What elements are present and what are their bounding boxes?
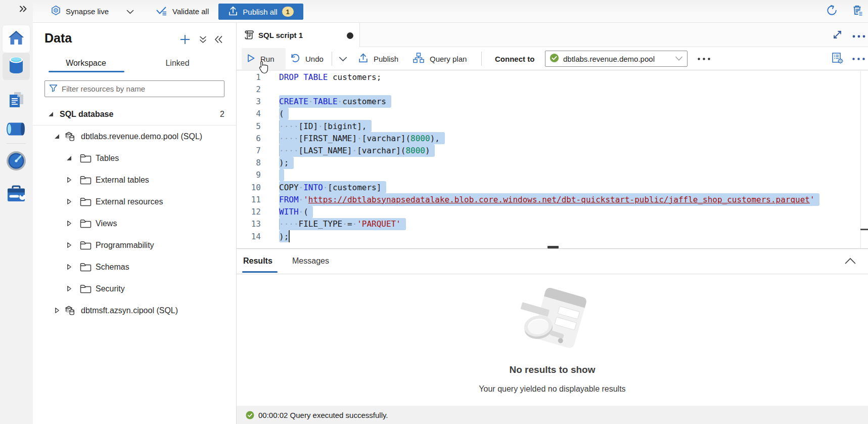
folder-icon — [79, 218, 92, 230]
code-text: COPY·INTO·[customers] — [279, 183, 381, 192]
discard-all-button[interactable] — [851, 0, 864, 22]
caret-expanded-icon[interactable] — [65, 155, 72, 162]
collapse-results-button[interactable] — [844, 255, 857, 268]
publish-icon — [358, 53, 369, 65]
editor-more-button[interactable] — [852, 47, 865, 70]
query-plan-button[interactable]: Query plan — [407, 48, 472, 69]
tree-item-label: External resources — [96, 197, 163, 206]
tab-workspace[interactable]: Workspace — [53, 54, 119, 72]
mode-selector-caret[interactable] — [126, 0, 134, 22]
overview-ruler — [860, 71, 868, 248]
nav-integrate[interactable] — [3, 116, 30, 144]
caret-collapsed-icon[interactable] — [65, 285, 72, 292]
tab-sql-script-1[interactable]: SQL script 1 — [237, 23, 360, 47]
tabstrip-more-button[interactable] — [853, 29, 865, 41]
nav-develop[interactable] — [3, 87, 30, 114]
connect-to-dropdown[interactable]: dbtlabs.revenue.demo.pool — [545, 51, 688, 67]
line-number: 10 — [237, 183, 261, 192]
add-resource-button[interactable] — [179, 34, 191, 47]
plus-icon — [179, 34, 191, 47]
run-options-caret[interactable] — [334, 48, 352, 69]
tab-results-label: Results — [243, 257, 272, 266]
line-number: 3 — [237, 97, 261, 106]
publish-all-label: Publish all — [243, 8, 277, 16]
tree-item-security[interactable]: Security — [33, 278, 237, 300]
tab-messages[interactable]: Messages — [292, 249, 329, 273]
collapse-panel-button[interactable] — [212, 34, 224, 47]
nav-manage[interactable] — [3, 181, 30, 208]
folder-icon — [79, 261, 92, 273]
tab-linked[interactable]: Linked — [145, 54, 210, 72]
tree-item-sql-database[interactable]: SQL database2 — [33, 103, 237, 125]
filter-input[interactable] — [62, 84, 220, 93]
nav-home[interactable] — [3, 25, 30, 53]
caret-collapsed-icon[interactable] — [65, 198, 72, 205]
code-line-8: 8); — [237, 157, 868, 169]
query-status-text: 00:00:02 Query executed successfully. — [258, 411, 388, 419]
undo-label: Undo — [305, 55, 324, 63]
caret-collapsed-icon[interactable] — [65, 264, 72, 271]
tree-item-label: Tables — [96, 154, 119, 163]
nav-monitor[interactable] — [3, 148, 30, 176]
tree-item-label: Programmability — [96, 241, 154, 250]
empty-state-subtitle: Your query yielded no displayable result… — [237, 385, 868, 394]
tree-item-programmability[interactable]: Programmability — [33, 234, 237, 256]
code-text: ····[FIRST_NAME]·[varchar](8000), — [279, 134, 440, 143]
refresh-button[interactable] — [826, 0, 838, 22]
tree-item-dbtmsft-azsyn-cipool-sql[interactable]: dbtmsft.azsyn.cipool (SQL) — [33, 300, 237, 321]
toolbar-more-button[interactable] — [698, 47, 710, 70]
tree-item-views[interactable]: Views — [33, 213, 237, 234]
nav-divider — [7, 143, 26, 144]
synapse-studio-window: Synapse live Validate all Publish all 1 — [0, 0, 868, 424]
caret-expanded-icon[interactable] — [47, 111, 54, 118]
tree-item-label: Schemas — [96, 263, 129, 272]
tree-item-dbtlabs-revenue-demo-pool-sql[interactable]: dbtlabs.revenue.demo.pool (SQL) — [33, 125, 237, 147]
tree-item-schemas[interactable]: Schemas — [33, 256, 237, 278]
tree-item-external-resources[interactable]: External resources — [33, 191, 237, 213]
publish-label: Publish — [374, 55, 398, 63]
selection-highlight — [279, 169, 284, 181]
toolbar-separator — [481, 52, 482, 66]
sql-pool-icon — [64, 305, 76, 317]
line-number: 14 — [237, 232, 261, 241]
line-number: 2 — [237, 84, 261, 94]
results-tabstrip: Results Messages — [237, 249, 868, 274]
validate-all-button[interactable]: Validate all — [156, 0, 209, 22]
refresh-icon — [826, 4, 838, 18]
divider-drag-handle[interactable] — [547, 246, 559, 248]
tab-workspace-label: Workspace — [66, 59, 106, 68]
publish-button[interactable]: Publish — [353, 48, 403, 69]
sql-code-editor[interactable]: 1DROP TABLE customers;23CREATE·TABLE·cus… — [237, 71, 868, 248]
code-line-11: 11FROM·'https://dbtlabsynapsedatalake.bl… — [237, 193, 868, 205]
run-button[interactable]: Run — [242, 48, 286, 69]
publish-all-button[interactable]: Publish all 1 — [218, 4, 303, 20]
publish-upload-icon — [228, 6, 238, 18]
caret-collapsed-icon[interactable] — [65, 177, 72, 184]
run-label: Run — [260, 55, 275, 63]
caret-expanded-icon[interactable] — [53, 133, 60, 140]
caret-collapsed-icon[interactable] — [53, 307, 60, 314]
expand-editor-button[interactable] — [831, 29, 843, 41]
publish-count-badge: 1 — [282, 7, 294, 17]
tab-results[interactable]: Results — [243, 249, 272, 273]
integrate-icon — [6, 121, 27, 139]
tree-item-external-tables[interactable]: External tables — [33, 169, 237, 191]
tree-item-label: SQL database — [60, 110, 113, 119]
mode-selector[interactable]: Synapse live — [51, 0, 109, 22]
collapse-all-button[interactable] — [197, 34, 209, 47]
code-line-12: 12WITH·( — [237, 206, 868, 218]
nav-data[interactable] — [3, 53, 30, 80]
line-number: 12 — [237, 207, 261, 217]
tree-item-tables[interactable]: Tables — [33, 147, 237, 169]
document-tabstrip: SQL script 1 — [237, 23, 868, 47]
chevron-double-right-icon — [19, 5, 28, 15]
properties-button[interactable] — [831, 47, 844, 70]
tab-messages-label: Messages — [292, 257, 329, 266]
toolbar-separator — [332, 52, 332, 66]
code-line-14: 14); — [237, 230, 868, 242]
caret-collapsed-icon[interactable] — [65, 220, 72, 227]
undo-button[interactable]: Undo — [285, 48, 329, 69]
tab-title: SQL script 1 — [258, 31, 303, 39]
caret-collapsed-icon[interactable] — [65, 242, 72, 249]
expand-nav-button[interactable] — [17, 3, 30, 16]
